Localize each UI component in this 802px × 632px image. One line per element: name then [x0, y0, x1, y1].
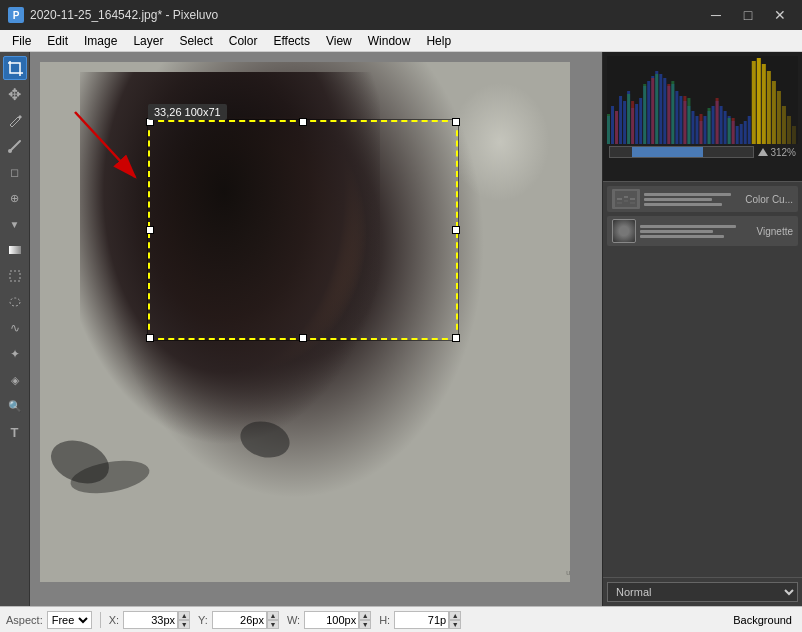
svg-rect-46 — [744, 121, 747, 144]
x-down[interactable]: ▼ — [178, 620, 190, 629]
canvas-image: 33,26 100x71 dezainzter.com — [40, 62, 570, 582]
y-down[interactable]: ▼ — [267, 620, 279, 629]
w-label: W: — [287, 614, 300, 626]
toolbar: ✥ ◻ ⊕ ▼ — [0, 52, 30, 606]
menu-image[interactable]: Image — [76, 30, 125, 52]
menu-bar: File Edit Image Layer Select Color Effec… — [0, 30, 802, 52]
svg-rect-48 — [607, 114, 610, 144]
effect2-label: Vignette — [756, 226, 793, 237]
x-label: X: — [109, 614, 119, 626]
blend-mode-row: Normal Multiply Screen Overlay — [603, 577, 802, 606]
pencil-tool-button[interactable] — [3, 108, 27, 132]
svg-rect-57 — [631, 101, 634, 144]
h-up[interactable]: ▲ — [449, 611, 461, 620]
svg-rect-67 — [767, 71, 771, 144]
app-icon: P — [8, 7, 24, 23]
canvas-area[interactable]: 33,26 100x71 dezainzter.com — [30, 52, 602, 606]
effect1-label: Color Cu... — [745, 194, 793, 205]
zoom-tool-button[interactable]: 🔍 — [3, 394, 27, 418]
svg-rect-55 — [728, 118, 731, 144]
svg-rect-70 — [782, 106, 786, 144]
menu-edit[interactable]: Edit — [39, 30, 76, 52]
magic-wand-tool-button[interactable]: ✦ — [3, 342, 27, 366]
menu-layer[interactable]: Layer — [125, 30, 171, 52]
x-group: X: ▲ ▼ — [109, 611, 190, 629]
aspect-group: Aspect: Free — [6, 611, 92, 629]
svg-rect-34 — [695, 116, 698, 144]
watermark: dezainzter.com — [566, 569, 570, 578]
blend-mode-select[interactable]: Normal Multiply Screen Overlay — [607, 582, 798, 602]
y-spinner[interactable]: ▲ ▼ — [267, 611, 279, 629]
menu-window[interactable]: Window — [360, 30, 419, 52]
move-tool-button[interactable]: ✥ — [3, 82, 27, 106]
svg-rect-68 — [772, 81, 776, 144]
minimize-button[interactable]: ─ — [702, 5, 730, 25]
h-label: H: — [379, 614, 390, 626]
menu-view[interactable]: View — [318, 30, 360, 52]
text-tool-button[interactable]: T — [3, 420, 27, 444]
svg-rect-19 — [635, 104, 638, 144]
eraser-tool-button[interactable]: ◻ — [3, 160, 27, 184]
w-spinner[interactable]: ▲ ▼ — [359, 611, 371, 629]
status-bar: Aspect: Free X: ▲ ▼ Y: ▲ ▼ W: — [0, 606, 802, 632]
h-input[interactable] — [394, 611, 449, 629]
menu-effects[interactable]: Effects — [265, 30, 317, 52]
svg-rect-20 — [639, 98, 642, 144]
fill-tool-button[interactable]: ▼ — [3, 212, 27, 236]
svg-rect-38 — [712, 106, 715, 144]
clone-tool-button[interactable]: ⊕ — [3, 186, 27, 210]
x-up[interactable]: ▲ — [178, 611, 190, 620]
svg-rect-7 — [10, 271, 20, 281]
h-down[interactable]: ▼ — [449, 620, 461, 629]
close-button[interactable]: ✕ — [766, 5, 794, 25]
svg-point-5 — [8, 149, 12, 153]
svg-rect-41 — [724, 111, 727, 144]
maximize-button[interactable]: □ — [734, 5, 762, 25]
menu-select[interactable]: Select — [171, 30, 220, 52]
brush-tool-button[interactable] — [3, 134, 27, 158]
x-spinner[interactable]: ▲ ▼ — [178, 611, 190, 629]
svg-rect-71 — [787, 116, 791, 144]
gradient-tool-button[interactable] — [3, 238, 27, 262]
svg-rect-61 — [699, 114, 702, 144]
effect1-lines — [644, 193, 741, 206]
histogram-panel: 312% — [603, 52, 802, 182]
x-input[interactable] — [123, 611, 178, 629]
svg-marker-73 — [758, 148, 768, 156]
selection-tooltip: 33,26 100x71 — [148, 104, 227, 120]
svg-rect-36 — [704, 116, 707, 144]
svg-rect-69 — [777, 91, 781, 144]
svg-rect-30 — [679, 96, 682, 144]
menu-color[interactable]: Color — [221, 30, 266, 52]
eyedropper-tool-button[interactable]: ◈ — [3, 368, 27, 392]
svg-rect-13 — [611, 106, 614, 144]
y-group: Y: ▲ ▼ — [198, 611, 279, 629]
w-input[interactable] — [304, 611, 359, 629]
lasso-tool-button[interactable]: ∿ — [3, 316, 27, 340]
menu-help[interactable]: Help — [418, 30, 459, 52]
aspect-select[interactable]: Free — [47, 611, 92, 629]
w-up[interactable]: ▲ — [359, 611, 371, 620]
title-bar: P 2020-11-25_164542.jpg* - Pixeluvo ─ □ … — [0, 0, 802, 30]
menu-file[interactable]: File — [4, 30, 39, 52]
svg-rect-25 — [659, 74, 662, 144]
main-layout: ✥ ◻ ⊕ ▼ — [0, 52, 802, 606]
svg-rect-6 — [9, 246, 21, 254]
divider1 — [100, 612, 101, 628]
effect-vignette[interactable]: Vignette — [607, 216, 798, 246]
h-spinner[interactable]: ▲ ▼ — [449, 611, 461, 629]
select-rect-tool-button[interactable] — [3, 264, 27, 288]
svg-rect-0 — [10, 63, 20, 73]
y-up[interactable]: ▲ — [267, 611, 279, 620]
svg-rect-15 — [619, 96, 622, 144]
svg-rect-63 — [732, 118, 735, 144]
effect-color-curves[interactable]: Color Cu... — [607, 186, 798, 212]
effect2-lines — [640, 225, 752, 238]
svg-rect-64 — [752, 61, 756, 144]
svg-rect-51 — [655, 74, 658, 144]
select-ellipse-tool-button[interactable] — [3, 290, 27, 314]
y-input[interactable] — [212, 611, 267, 629]
w-down[interactable]: ▼ — [359, 620, 371, 629]
crop-tool-button[interactable] — [3, 56, 27, 80]
effects-panel: Color Cu... Vignette — [603, 182, 802, 577]
